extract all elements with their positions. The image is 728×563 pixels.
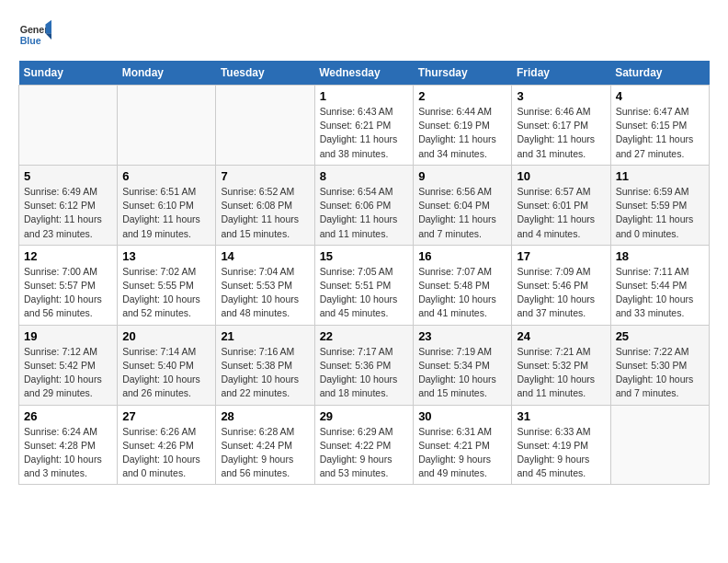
day-number: 18	[616, 249, 704, 263]
day-number: 23	[418, 329, 506, 343]
day-number: 22	[320, 329, 409, 343]
day-number: 16	[418, 249, 506, 263]
calendar-cell: 21Sunrise: 7:16 AM Sunset: 5:38 PM Dayli…	[216, 325, 314, 405]
calendar-cell: 7Sunrise: 6:52 AM Sunset: 6:08 PM Daylig…	[216, 165, 314, 245]
day-info: Sunrise: 7:17 AM Sunset: 5:36 PM Dayligh…	[320, 345, 409, 401]
day-info: Sunrise: 6:24 AM Sunset: 4:28 PM Dayligh…	[24, 425, 112, 481]
calendar-cell: 17Sunrise: 7:09 AM Sunset: 5:46 PM Dayli…	[512, 245, 610, 325]
calendar-cell	[118, 86, 216, 166]
day-number: 25	[616, 329, 704, 343]
day-info: Sunrise: 7:16 AM Sunset: 5:38 PM Dayligh…	[221, 345, 309, 401]
calendar-header-row: SundayMondayTuesdayWednesdayThursdayFrid…	[19, 61, 710, 86]
day-number: 9	[418, 169, 506, 183]
calendar-cell: 3Sunrise: 6:46 AM Sunset: 6:17 PM Daylig…	[512, 86, 610, 166]
day-info: Sunrise: 6:33 AM Sunset: 4:19 PM Dayligh…	[517, 425, 605, 481]
svg-marker-3	[45, 33, 51, 40]
day-header-monday: Monday	[118, 61, 216, 86]
calendar-cell: 12Sunrise: 7:00 AM Sunset: 5:57 PM Dayli…	[19, 245, 118, 325]
calendar-cell: 25Sunrise: 7:22 AM Sunset: 5:30 PM Dayli…	[610, 325, 709, 405]
day-number: 28	[221, 409, 309, 423]
day-number: 4	[616, 89, 704, 103]
day-info: Sunrise: 7:22 AM Sunset: 5:30 PM Dayligh…	[616, 345, 704, 401]
calendar-cell: 11Sunrise: 6:59 AM Sunset: 5:59 PM Dayli…	[610, 165, 709, 245]
day-number: 21	[221, 329, 309, 343]
calendar-table: SundayMondayTuesdayWednesdayThursdayFrid…	[18, 61, 710, 485]
day-header-saturday: Saturday	[610, 61, 709, 86]
day-info: Sunrise: 6:29 AM Sunset: 4:22 PM Dayligh…	[320, 425, 409, 481]
day-info: Sunrise: 6:52 AM Sunset: 6:08 PM Dayligh…	[221, 185, 309, 241]
day-number: 15	[320, 249, 409, 263]
day-number: 13	[122, 249, 210, 263]
calendar-week-row: 26Sunrise: 6:24 AM Sunset: 4:28 PM Dayli…	[19, 405, 710, 485]
calendar-cell: 6Sunrise: 6:51 AM Sunset: 6:10 PM Daylig…	[118, 165, 216, 245]
day-info: Sunrise: 7:07 AM Sunset: 5:48 PM Dayligh…	[418, 265, 506, 321]
calendar-cell: 2Sunrise: 6:44 AM Sunset: 6:19 PM Daylig…	[414, 86, 512, 166]
day-info: Sunrise: 6:59 AM Sunset: 5:59 PM Dayligh…	[616, 185, 704, 241]
day-number: 7	[221, 169, 309, 183]
calendar-cell: 4Sunrise: 6:47 AM Sunset: 6:15 PM Daylig…	[610, 86, 709, 166]
day-info: Sunrise: 7:00 AM Sunset: 5:57 PM Dayligh…	[24, 265, 112, 321]
day-info: Sunrise: 7:19 AM Sunset: 5:34 PM Dayligh…	[418, 345, 506, 401]
calendar-cell: 20Sunrise: 7:14 AM Sunset: 5:40 PM Dayli…	[118, 325, 216, 405]
day-header-tuesday: Tuesday	[216, 61, 314, 86]
calendar-cell: 18Sunrise: 7:11 AM Sunset: 5:44 PM Dayli…	[610, 245, 709, 325]
day-header-friday: Friday	[512, 61, 610, 86]
calendar-cell: 26Sunrise: 6:24 AM Sunset: 4:28 PM Dayli…	[19, 405, 118, 485]
day-header-thursday: Thursday	[414, 61, 512, 86]
calendar-cell: 27Sunrise: 6:26 AM Sunset: 4:26 PM Dayli…	[118, 405, 216, 485]
day-number: 19	[24, 329, 112, 343]
day-number: 10	[517, 169, 605, 183]
day-number: 2	[418, 89, 506, 103]
day-info: Sunrise: 6:54 AM Sunset: 6:06 PM Dayligh…	[320, 185, 409, 241]
day-number: 14	[221, 249, 309, 263]
calendar-cell: 10Sunrise: 6:57 AM Sunset: 6:01 PM Dayli…	[512, 165, 610, 245]
calendar-cell: 31Sunrise: 6:33 AM Sunset: 4:19 PM Dayli…	[512, 405, 610, 485]
day-number: 31	[517, 409, 605, 423]
day-number: 12	[24, 249, 112, 263]
calendar-cell: 8Sunrise: 6:54 AM Sunset: 6:06 PM Daylig…	[314, 165, 414, 245]
day-number: 24	[517, 329, 605, 343]
calendar-cell: 30Sunrise: 6:31 AM Sunset: 4:21 PM Dayli…	[414, 405, 512, 485]
day-info: Sunrise: 7:02 AM Sunset: 5:55 PM Dayligh…	[122, 265, 210, 321]
calendar-cell: 24Sunrise: 7:21 AM Sunset: 5:32 PM Dayli…	[512, 325, 610, 405]
svg-text:Blue: Blue	[20, 35, 41, 46]
day-number: 11	[616, 169, 704, 183]
day-info: Sunrise: 6:26 AM Sunset: 4:26 PM Dayligh…	[122, 425, 210, 481]
calendar-cell: 1Sunrise: 6:43 AM Sunset: 6:21 PM Daylig…	[314, 86, 414, 166]
day-number: 17	[517, 249, 605, 263]
day-info: Sunrise: 6:47 AM Sunset: 6:15 PM Dayligh…	[616, 105, 704, 161]
day-number: 1	[320, 89, 409, 103]
calendar-cell: 5Sunrise: 6:49 AM Sunset: 6:12 PM Daylig…	[19, 165, 118, 245]
calendar-cell: 15Sunrise: 7:05 AM Sunset: 5:51 PM Dayli…	[314, 245, 414, 325]
calendar-cell	[610, 405, 709, 485]
day-info: Sunrise: 7:12 AM Sunset: 5:42 PM Dayligh…	[24, 345, 112, 401]
calendar-cell: 9Sunrise: 6:56 AM Sunset: 6:04 PM Daylig…	[414, 165, 512, 245]
calendar-cell: 14Sunrise: 7:04 AM Sunset: 5:53 PM Dayli…	[216, 245, 314, 325]
calendar-cell: 29Sunrise: 6:29 AM Sunset: 4:22 PM Dayli…	[314, 405, 414, 485]
calendar-week-row: 1Sunrise: 6:43 AM Sunset: 6:21 PM Daylig…	[19, 86, 710, 166]
day-number: 30	[418, 409, 506, 423]
day-info: Sunrise: 6:49 AM Sunset: 6:12 PM Dayligh…	[24, 185, 112, 241]
day-info: Sunrise: 6:31 AM Sunset: 4:21 PM Dayligh…	[418, 425, 506, 481]
calendar-week-row: 12Sunrise: 7:00 AM Sunset: 5:57 PM Dayli…	[19, 245, 710, 325]
calendar-cell: 22Sunrise: 7:17 AM Sunset: 5:36 PM Dayli…	[314, 325, 414, 405]
day-number: 29	[320, 409, 409, 423]
calendar-cell: 16Sunrise: 7:07 AM Sunset: 5:48 PM Dayli…	[414, 245, 512, 325]
day-info: Sunrise: 7:14 AM Sunset: 5:40 PM Dayligh…	[122, 345, 210, 401]
day-number: 5	[24, 169, 112, 183]
day-info: Sunrise: 6:51 AM Sunset: 6:10 PM Dayligh…	[122, 185, 210, 241]
day-number: 27	[122, 409, 210, 423]
day-info: Sunrise: 6:56 AM Sunset: 6:04 PM Dayligh…	[418, 185, 506, 241]
day-info: Sunrise: 7:05 AM Sunset: 5:51 PM Dayligh…	[320, 265, 409, 321]
day-number: 8	[320, 169, 409, 183]
calendar-week-row: 5Sunrise: 6:49 AM Sunset: 6:12 PM Daylig…	[19, 165, 710, 245]
calendar-cell	[19, 86, 118, 166]
day-info: Sunrise: 7:21 AM Sunset: 5:32 PM Dayligh…	[517, 345, 605, 401]
day-number: 6	[122, 169, 210, 183]
calendar-cell: 19Sunrise: 7:12 AM Sunset: 5:42 PM Dayli…	[19, 325, 118, 405]
day-info: Sunrise: 6:43 AM Sunset: 6:21 PM Dayligh…	[320, 105, 409, 161]
day-info: Sunrise: 7:11 AM Sunset: 5:44 PM Dayligh…	[616, 265, 704, 321]
day-number: 20	[122, 329, 210, 343]
calendar-cell: 28Sunrise: 6:28 AM Sunset: 4:24 PM Dayli…	[216, 405, 314, 485]
page-header: General Blue	[18, 18, 710, 52]
